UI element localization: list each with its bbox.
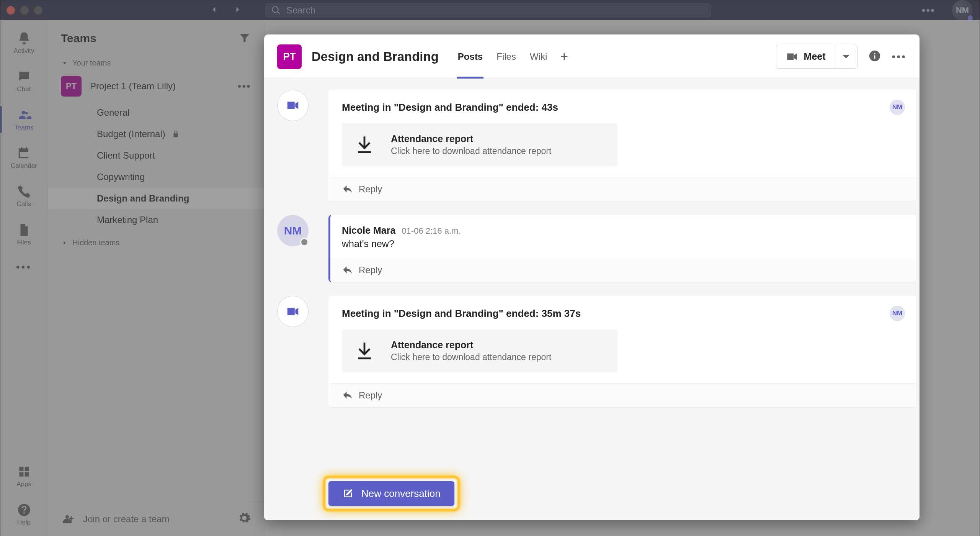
channel-more-button[interactable]: ••• — [892, 51, 906, 63]
channel-design-and-branding[interactable]: Design and Branding — [48, 188, 264, 209]
app-rail: Activity Chat Teams Calendar Calls Files — [0, 20, 48, 536]
attachment-title: Attendance report — [391, 339, 551, 351]
author-name: Nicole Mara — [342, 225, 395, 236]
rail-teams[interactable]: Teams — [0, 103, 47, 136]
sidebar-title: Teams — [61, 32, 96, 45]
search-icon — [271, 5, 281, 15]
post-meeting-ended: Meeting in "Design and Branding" ended: … — [264, 83, 920, 208]
channel-title: Design and Branding — [312, 49, 439, 64]
add-tab-button[interactable]: + — [560, 34, 568, 79]
tab-posts[interactable]: Posts — [457, 34, 483, 79]
reply-button[interactable]: Reply — [330, 258, 916, 282]
attachment-title: Attendance report — [391, 133, 551, 144]
your-teams-section[interactable]: Your teams — [48, 51, 264, 70]
reply-button[interactable]: Reply — [330, 177, 916, 201]
avatar-initials: NM — [956, 5, 969, 15]
team-more-button[interactable]: ••• — [238, 80, 251, 92]
channel-budget-internal[interactable]: Budget (Internal) — [48, 123, 264, 145]
reply-icon — [342, 390, 353, 401]
rail-activity[interactable]: Activity — [0, 26, 47, 59]
reply-icon — [342, 184, 353, 195]
attendance-report-card[interactable]: Attendance report Click here to download… — [342, 329, 617, 372]
app-frame: Search ••• NM Activity Chat Teams — [0, 0, 980, 536]
author-avatar[interactable]: NM — [277, 215, 309, 246]
phone-icon — [17, 184, 31, 199]
titlebar-more-button[interactable]: ••• — [922, 4, 935, 16]
bell-icon — [17, 31, 31, 46]
close-window-button[interactable] — [7, 6, 15, 15]
meet-dropdown-button[interactable] — [835, 45, 857, 68]
minimize-window-button[interactable] — [20, 6, 29, 15]
tab-wiki[interactable]: Wiki — [529, 34, 548, 79]
join-create-team-button[interactable]: Join or create a team — [61, 512, 169, 526]
video-icon — [286, 98, 300, 113]
teams-icon — [17, 108, 31, 122]
window-controls — [7, 6, 42, 15]
rail-apps[interactable]: Apps — [0, 460, 47, 493]
filter-button[interactable] — [238, 31, 251, 46]
post-message: NM Nicole Mara 01-06 2:16 a.m. what's ne… — [264, 208, 920, 289]
attendance-report-card[interactable]: Attendance report Click here to download… — [342, 123, 617, 166]
rail-calendar[interactable]: Calendar — [0, 141, 47, 174]
rail-more[interactable]: ••• — [0, 256, 47, 278]
compose-icon — [342, 488, 354, 499]
channel-panel: PT Design and Branding Posts Files Wiki … — [264, 34, 920, 520]
titlebar: Search ••• NM — [0, 0, 980, 20]
team-project1[interactable]: PT Project 1 (Team Lilly) ••• — [48, 70, 264, 102]
channel-marketing-plan[interactable]: Marketing Plan — [48, 209, 264, 231]
search-placeholder: Search — [286, 5, 315, 16]
video-icon — [286, 304, 300, 319]
nav-back-button[interactable] — [209, 4, 219, 16]
channel-info-button[interactable] — [868, 49, 881, 64]
chat-icon — [17, 69, 31, 84]
manage-teams-button[interactable] — [237, 511, 251, 527]
new-conversation-highlight: New conversation — [328, 481, 454, 506]
teams-sidebar: Teams Your teams PT Project 1 (Team Lill… — [48, 20, 265, 536]
reply-icon — [342, 264, 353, 276]
hidden-teams-section[interactable]: Hidden teams — [48, 231, 264, 250]
chevron-left-icon — [209, 4, 219, 15]
channel-general[interactable]: General — [48, 102, 264, 123]
chevron-right-icon — [232, 4, 243, 15]
post-title: Meeting in "Design and Branding" ended: … — [342, 102, 558, 113]
rail-files[interactable]: Files — [0, 218, 47, 251]
download-icon — [353, 340, 376, 362]
team-name: Project 1 (Team Lilly) — [90, 81, 229, 92]
rail-calls[interactable]: Calls — [0, 180, 47, 213]
team-avatar: PT — [61, 76, 82, 97]
help-icon — [17, 503, 31, 517]
rail-help[interactable]: Help — [0, 498, 47, 531]
download-icon — [353, 134, 376, 156]
post-timestamp: 01-06 2:16 a.m. — [402, 226, 461, 236]
channel-client-support[interactable]: Client Support — [48, 145, 264, 166]
participant-avatar[interactable]: NM — [890, 100, 905, 115]
attachment-subtitle: Click here to download attendance report — [391, 146, 551, 156]
channel-avatar: PT — [277, 44, 302, 69]
channel-header: PT Design and Branding Posts Files Wiki … — [264, 34, 920, 79]
calendar-icon — [17, 146, 31, 161]
new-conversation-button[interactable]: New conversation — [328, 481, 454, 506]
post-meeting-ended: Meeting in "Design and Branding" ended: … — [264, 289, 920, 414]
post-text: what's new? — [342, 238, 905, 249]
rail-chat[interactable]: Chat — [0, 65, 47, 98]
chevron-right-icon — [61, 239, 69, 247]
search-input[interactable]: Search — [265, 3, 710, 17]
lock-icon — [172, 130, 180, 138]
tab-files[interactable]: Files — [496, 34, 517, 79]
chevron-down-icon — [840, 50, 853, 63]
reply-button[interactable]: Reply — [330, 383, 916, 407]
people-add-icon — [61, 512, 75, 526]
meet-button[interactable]: Meet — [776, 45, 858, 69]
channel-copywriting[interactable]: Copywriting — [48, 166, 264, 188]
current-user-avatar[interactable]: NM — [952, 0, 973, 21]
meeting-icon-avatar — [277, 90, 309, 121]
posts-list: Meeting in "Design and Branding" ended: … — [264, 79, 920, 520]
filter-icon — [238, 31, 251, 44]
chevron-down-icon — [61, 59, 69, 67]
nav-forward-button[interactable] — [232, 4, 243, 16]
video-icon — [786, 50, 799, 63]
channel-tabs: Posts Files Wiki + — [457, 34, 568, 79]
maximize-window-button[interactable] — [34, 6, 42, 15]
attachment-subtitle: Click here to download attendance report — [391, 352, 551, 362]
participant-avatar[interactable]: NM — [890, 306, 905, 321]
